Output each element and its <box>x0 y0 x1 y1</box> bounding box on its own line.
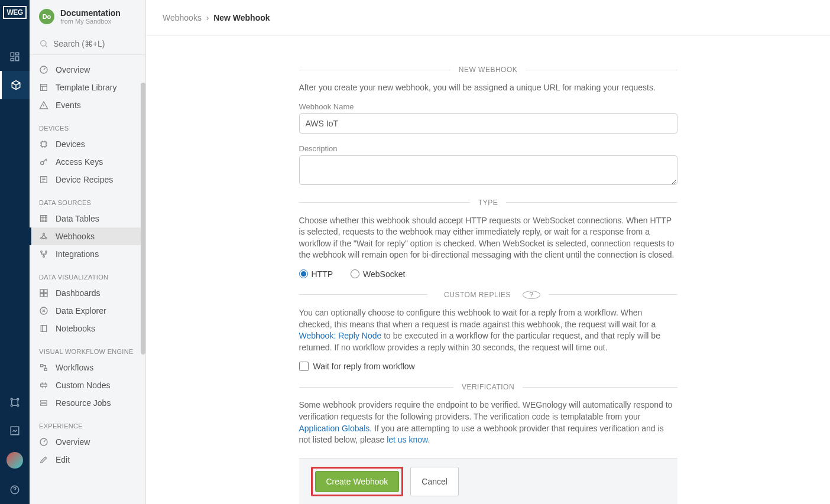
webhook-name-label: Webhook Name <box>299 102 677 111</box>
sidebar-item-exp-overview[interactable]: Overview <box>30 433 145 451</box>
svg-rect-25 <box>40 294 43 297</box>
svg-rect-23 <box>40 290 43 292</box>
rail-help-icon[interactable] <box>0 476 30 504</box>
sidebar-item-devices[interactable]: Devices <box>30 135 145 153</box>
svg-rect-0 <box>11 53 14 57</box>
sidebar-item-webhooks[interactable]: Webhooks <box>30 227 145 245</box>
create-webhook-button[interactable]: Create Webhook <box>315 471 400 492</box>
wait-reply-checkbox[interactable] <box>299 362 309 371</box>
sidebar-item-label: Device Recipes <box>56 175 113 184</box>
sidebar: Do Documentation from My Sandbox Overvie… <box>30 0 146 504</box>
sidebar-item-dashboards[interactable]: Dashboards <box>30 284 145 302</box>
svg-rect-33 <box>41 404 47 405</box>
left-rail: WEG <box>0 0 30 504</box>
verification-desc: Some webhook providers require the endpo… <box>299 399 677 446</box>
section-devices: DEVICES <box>30 114 145 135</box>
sidebar-item-custom-nodes[interactable]: Custom Nodes <box>30 376 145 394</box>
svg-point-7 <box>17 405 19 407</box>
rail-cube-icon[interactable] <box>0 71 30 99</box>
sidebar-item-device-recipes[interactable]: Device Recipes <box>30 171 145 188</box>
footer-bar: Create Webhook Cancel <box>299 458 677 504</box>
radio-http[interactable]: HTTP <box>299 269 333 279</box>
rail-dashboard-icon[interactable] <box>0 43 30 71</box>
sidebar-item-label: Webhooks <box>56 232 95 241</box>
svg-rect-16 <box>41 216 47 222</box>
app-title: Documentation <box>60 8 121 18</box>
svg-rect-13 <box>41 142 46 147</box>
sidebar-item-data-explorer[interactable]: Data Explorer <box>30 302 145 320</box>
svg-point-10 <box>41 41 46 46</box>
sidebar-item-label: Edit <box>56 455 70 464</box>
sidebar-item-resource-jobs[interactable]: Resource Jobs <box>30 394 145 412</box>
sidebar-item-label: Overview <box>56 437 90 447</box>
svg-point-4 <box>11 398 12 400</box>
search-input[interactable] <box>53 39 136 48</box>
svg-point-17 <box>41 238 43 239</box>
sidebar-item-template-library[interactable]: Template Library <box>30 79 145 96</box>
svg-point-18 <box>46 238 47 239</box>
description-label: Description <box>299 144 677 153</box>
svg-point-6 <box>11 405 12 407</box>
sidebar-header: Do Documentation from My Sandbox <box>30 0 145 33</box>
let-us-know-link[interactable]: let us know <box>387 435 427 444</box>
radio-websocket-input[interactable] <box>351 269 359 278</box>
svg-rect-32 <box>41 401 47 402</box>
svg-rect-24 <box>44 290 47 292</box>
svg-point-5 <box>17 398 19 400</box>
breadcrumb: Webhooks › New Webhook <box>146 0 830 36</box>
integrations-icon <box>39 249 50 259</box>
sidebar-item-workflows[interactable]: Workflows <box>30 359 145 376</box>
radio-websocket[interactable]: WebSocket <box>351 269 405 279</box>
sidebar-item-integrations[interactable]: Integrations <box>30 245 145 263</box>
description-textarea[interactable] <box>299 155 677 185</box>
section-experience: EXPERIENCE <box>30 412 145 433</box>
help-icon[interactable]: ? <box>523 291 540 299</box>
svg-rect-12 <box>41 84 47 91</box>
edit-icon <box>39 455 50 464</box>
app-globals-link[interactable]: Application Globals <box>299 424 370 433</box>
key-icon <box>39 157 50 167</box>
webhook-name-input[interactable] <box>299 113 677 134</box>
section-verification: VERIFICATION <box>299 383 677 391</box>
radio-http-input[interactable] <box>299 269 308 278</box>
search-box[interactable] <box>30 33 145 55</box>
jobs-icon <box>39 398 50 408</box>
rail-chart-icon[interactable] <box>0 417 30 445</box>
svg-rect-26 <box>44 294 47 297</box>
sidebar-item-label: Access Keys <box>56 157 103 167</box>
new-webhook-desc: After you create your new webhook, you w… <box>299 82 677 94</box>
sidebar-item-label: Workflows <box>56 363 93 372</box>
sidebar-item-label: Data Tables <box>56 214 99 223</box>
svg-point-20 <box>41 251 43 253</box>
reply-node-link[interactable]: Webhook: Reply Node <box>299 331 382 340</box>
sidebar-item-label: Overview <box>56 65 90 74</box>
rail-user-avatar[interactable] <box>7 452 23 469</box>
sidebar-scrollbar[interactable] <box>141 83 145 355</box>
sidebar-item-notebooks[interactable]: Notebooks <box>30 320 145 337</box>
wait-reply-label: Wait for reply from workflow <box>313 362 415 371</box>
sidebar-item-events[interactable]: Events <box>30 96 145 114</box>
svg-rect-3 <box>11 58 14 61</box>
breadcrumb-parent[interactable]: Webhooks <box>163 13 202 22</box>
dashboard-icon <box>39 288 50 298</box>
svg-rect-1 <box>16 53 19 55</box>
main-content: Webhooks › New Webhook NEW WEBHOOK After… <box>146 0 830 504</box>
svg-rect-28 <box>41 326 46 332</box>
sidebar-item-label: Devices <box>56 139 85 149</box>
sidebar-item-data-tables[interactable]: Data Tables <box>30 210 145 227</box>
section-data-sources: DATA SOURCES <box>30 188 145 210</box>
section-type: TYPE <box>299 199 677 207</box>
sidebar-item-overview[interactable]: Overview <box>30 61 145 79</box>
sidebar-item-access-keys[interactable]: Access Keys <box>30 153 145 171</box>
breadcrumb-current: New Webhook <box>213 13 270 22</box>
svg-rect-31 <box>41 384 47 386</box>
svg-point-14 <box>41 161 44 164</box>
sidebar-item-label: Data Explorer <box>56 306 106 316</box>
webhook-icon <box>39 232 50 241</box>
rail-workflow-icon[interactable] <box>0 388 30 417</box>
sidebar-item-exp-edit[interactable]: Edit <box>30 451 145 469</box>
svg-point-21 <box>46 251 47 253</box>
radio-http-label: HTTP <box>312 269 333 279</box>
cancel-button[interactable]: Cancel <box>410 467 459 496</box>
sidebar-nav: Overview Template Library Events DEVICES… <box>30 55 145 504</box>
